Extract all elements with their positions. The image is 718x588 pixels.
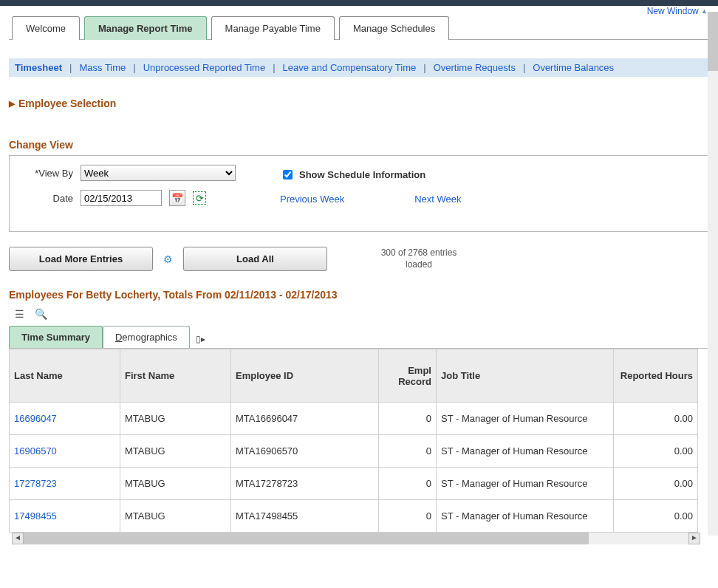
load-all-button[interactable]: Load All: [183, 247, 327, 271]
change-view-title: Change View: [9, 139, 709, 151]
tab-welcome-label: Welcome: [26, 23, 66, 34]
tab-time-summary[interactable]: Time Summary: [9, 326, 103, 348]
separator: |: [523, 62, 525, 73]
table-row: 16906570MTABUGMTA169065700ST - Manager o…: [10, 435, 698, 468]
date-label: Date: [21, 193, 73, 204]
change-view-box: *View By Week Date 📅 ⟳ Show Schedule Inf…: [9, 155, 709, 232]
cell-first-name: MTABUG: [120, 500, 231, 533]
view-by-label: *View By: [21, 168, 73, 179]
table-row: 16696047MTABUGMTA166960470ST - Manager o…: [10, 403, 698, 435]
cell-reported-hours: 0.00: [614, 403, 698, 435]
subnav-timesheet[interactable]: Timesheet: [15, 62, 62, 73]
view-by-select[interactable]: Week: [81, 165, 236, 181]
dropdown-icon: ▲: [701, 7, 708, 15]
tab-manage-schedules-label: Manage Schedules: [353, 23, 435, 34]
load-more-entries-button[interactable]: Load More Entries: [9, 247, 153, 271]
cell-empl-record: 0: [379, 500, 437, 533]
previous-week-link[interactable]: Previous Week: [280, 194, 344, 205]
cell-empl-record: 0: [379, 435, 437, 468]
tab-expand-icon[interactable]: ▯▸: [190, 330, 211, 348]
gear-icon[interactable]: ⚙: [163, 253, 173, 265]
employee-selection-toggle[interactable]: ▶ Employee Selection: [9, 98, 709, 109]
subnav-overtime-requests[interactable]: Overtime Requests: [434, 62, 516, 73]
tab-manage-payable-time-label: Manage Payable Time: [225, 23, 321, 34]
new-window-label: New Window: [647, 6, 699, 16]
cell-employee-id: MTA16696047: [231, 403, 379, 435]
new-window-link[interactable]: New Window ▲: [647, 6, 708, 16]
employees-heading: Employees For Betty Locherty, Totals Fro…: [9, 289, 709, 301]
refresh-button[interactable]: ⟳: [193, 191, 206, 205]
cell-first-name: MTABUG: [120, 403, 231, 435]
tab-time-summary-label: Time Summary: [21, 332, 90, 343]
tab-welcome[interactable]: Welcome: [12, 16, 80, 40]
col-empl-record[interactable]: Empl Record: [379, 349, 437, 403]
col-job-title[interactable]: Job Title: [437, 349, 614, 403]
scroll-right-icon[interactable]: ►: [688, 533, 700, 544]
tab-manage-schedules[interactable]: Manage Schedules: [339, 16, 449, 40]
cell-job-title: ST - Manager of Human Resource: [437, 403, 614, 435]
primary-tabs: Welcome Manage Report Time Manage Payabl…: [9, 13, 709, 40]
subnav-overtime-balances[interactable]: Overtime Balances: [533, 62, 614, 73]
cell-first-name: MTABUG: [120, 468, 231, 500]
separator: |: [423, 62, 425, 73]
tab-manage-report-time-label: Manage Report Time: [98, 23, 193, 34]
calendar-button[interactable]: 📅: [169, 190, 185, 206]
vertical-scrollbar[interactable]: [708, 12, 718, 536]
cell-last-name[interactable]: 17278723: [10, 468, 120, 500]
tab-manage-payable-time[interactable]: Manage Payable Time: [211, 16, 335, 40]
cell-last-name[interactable]: 16906570: [10, 435, 120, 468]
horizontal-scrollbar[interactable]: ◄ ►: [12, 533, 700, 544]
scroll-left-icon[interactable]: ◄: [12, 533, 24, 544]
entries-loaded-text: 300 of 2768 entries loaded: [367, 247, 471, 270]
grid-search-icon[interactable]: 🔍: [35, 308, 47, 320]
cell-first-name: MTABUG: [120, 435, 231, 468]
col-last-name[interactable]: Last Name: [10, 349, 120, 403]
separator: |: [133, 62, 135, 73]
table-row: 17498455MTABUGMTA174984550ST - Manager o…: [10, 500, 698, 533]
show-schedule-checkbox[interactable]: [283, 170, 293, 180]
subnav-leave[interactable]: Leave and Compensatory Time: [283, 62, 417, 73]
cell-job-title: ST - Manager of Human Resource: [437, 435, 614, 468]
cell-employee-id: MTA17278723: [231, 468, 379, 500]
caret-right-icon: ▶: [9, 99, 15, 109]
cell-reported-hours: 0.00: [614, 500, 698, 533]
refresh-icon: ⟳: [196, 193, 204, 204]
cell-empl-record: 0: [379, 468, 437, 500]
next-week-link[interactable]: Next Week: [414, 194, 461, 205]
grid-tabs: Time Summary Demographics ▯▸: [9, 326, 709, 349]
tab-demographics-label: Demographics: [115, 332, 177, 343]
subnav-mass-time[interactable]: Mass Time: [79, 62, 126, 73]
cell-employee-id: MTA16906570: [231, 435, 379, 468]
col-employee-id[interactable]: Employee ID: [231, 349, 379, 403]
cell-reported-hours: 0.00: [614, 468, 698, 500]
employee-grid: Last Name First Name Employee ID Empl Re…: [9, 349, 698, 533]
subnav: Timesheet | Mass Time | Unprocessed Repo…: [9, 58, 709, 77]
separator: |: [69, 62, 72, 73]
load-more-label: Load More Entries: [39, 253, 123, 264]
show-schedule-label: Show Schedule Information: [299, 169, 425, 180]
cell-reported-hours: 0.00: [614, 435, 698, 468]
col-first-name[interactable]: First Name: [120, 349, 231, 403]
grid-settings-icon[interactable]: ☰: [15, 308, 24, 320]
cell-last-name[interactable]: 17498455: [10, 500, 120, 533]
cell-last-name[interactable]: 16696047: [10, 403, 120, 435]
employee-selection-label: Employee Selection: [18, 98, 116, 109]
calendar-icon: 📅: [171, 193, 183, 204]
cell-job-title: ST - Manager of Human Resource: [437, 500, 614, 533]
load-all-label: Load All: [236, 253, 274, 264]
table-row: 17278723MTABUGMTA172787230ST - Manager o…: [10, 468, 698, 500]
tab-manage-report-time[interactable]: Manage Report Time: [84, 16, 207, 40]
col-reported-hours[interactable]: Reported Hours: [614, 349, 698, 403]
date-input[interactable]: [81, 190, 162, 206]
cell-empl-record: 0: [379, 403, 437, 435]
separator: |: [273, 62, 275, 73]
tab-demographics[interactable]: Demographics: [103, 326, 190, 348]
subnav-unprocessed[interactable]: Unprocessed Reported Time: [143, 62, 265, 73]
cell-employee-id: MTA17498455: [231, 500, 379, 533]
cell-job-title: ST - Manager of Human Resource: [437, 468, 614, 500]
